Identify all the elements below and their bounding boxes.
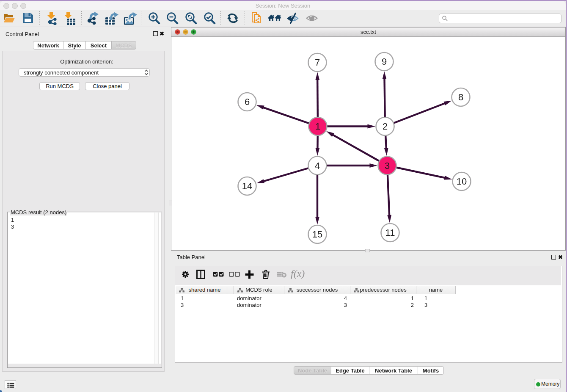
svg-text:2: 2 (383, 121, 388, 132)
svg-text:3: 3 (385, 160, 390, 171)
svg-text:9: 9 (382, 56, 387, 67)
svg-text:6: 6 (245, 97, 250, 107)
svg-text:4: 4 (315, 160, 320, 171)
svg-text:10: 10 (457, 176, 467, 187)
svg-text:7: 7 (315, 57, 320, 68)
svg-text:1: 1 (315, 121, 320, 132)
svg-text:11: 11 (385, 227, 395, 238)
svg-text:15: 15 (312, 229, 322, 240)
svg-text:14: 14 (242, 181, 252, 191)
svg-text:8: 8 (458, 92, 463, 102)
